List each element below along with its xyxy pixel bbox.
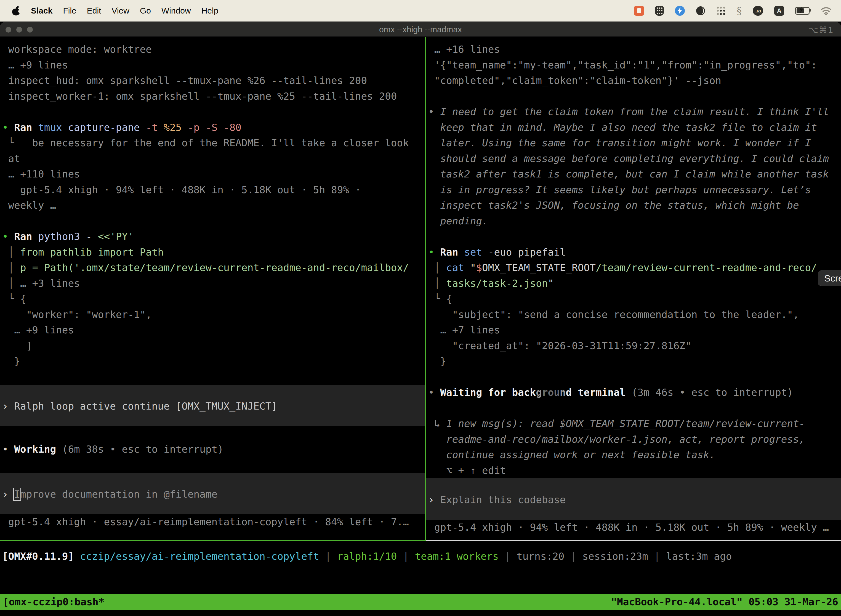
terminal-line: weekly … <box>2 198 423 213</box>
text-segment: inspect task2's JSON, focusing on the st… <box>428 199 799 211</box>
text-segment: Ran <box>14 122 38 133</box>
text-segment: Explain this codebase <box>440 494 566 505</box>
menu-item-edit[interactable]: Edit <box>87 6 101 15</box>
left-pane-border <box>0 540 425 541</box>
text-segment: session:23m <box>582 551 648 562</box>
text-segment: cat <box>446 262 470 273</box>
text-segment: (3m 46s • esc to interrupt) <box>631 387 793 398</box>
terminal-line: } <box>428 353 839 369</box>
terminal-line: "worker": "worker-1", <box>2 307 423 323</box>
terminal-line: at <box>2 151 423 167</box>
text-segment: (6m 38s • esc to interrupt) <box>62 443 224 455</box>
tmux-host-time: "MacBook-Pro-44.local" 05:03 31-Mar-26 <box>611 596 838 607</box>
left-pane[interactable]: workspace_mode: worktree … +9 lines insp… <box>0 37 425 541</box>
app-menu-items: SlackFileEditViewGoWindowHelp <box>31 6 218 15</box>
text-segment: … +9 lines <box>2 324 74 336</box>
text-segment: continue assigned work or next feasible … <box>428 449 715 461</box>
terminal-line: ] <box>2 338 423 354</box>
text-segment: | <box>498 551 517 562</box>
right-pane[interactable]: … +16 lines '{"team_name":"my-team","tas… <box>426 37 841 541</box>
tmux-status-bar: [omx-cczip0:bash* "MacBook-Pro-44.local"… <box>0 594 841 610</box>
text-segment: - <box>86 231 98 242</box>
text-segment: gpt-5.4 xhigh · 94% left · 488K in · 5.1… <box>2 184 361 195</box>
terminal-line: │ p = Path('.omx/state/team/review-curre… <box>2 260 423 276</box>
terminal-line: │ … +3 lines <box>2 276 423 292</box>
terminal-line: "created_at": "2026-03-31T11:59:27.816Z" <box>428 338 839 354</box>
terminal-line: continue assigned work or next feasible … <box>428 447 839 463</box>
screenshot-chat-icon[interactable] <box>634 6 644 16</box>
text-segment: I need to get the claim token from the c… <box>440 106 829 117</box>
menu-item-file[interactable]: File <box>63 6 76 15</box>
text-segment: } <box>428 355 446 367</box>
terminal-line: is in progress? It seems likely but perh… <box>428 182 839 198</box>
blank-line <box>428 369 839 385</box>
terminal-line: ⌥ + ↑ edit <box>428 463 839 478</box>
text-segment: " <box>548 278 554 289</box>
text-segment: readme-and-reco/mailbox/worker-1.json, a… <box>428 434 805 445</box>
text-segment <box>74 551 80 562</box>
terminal-line: ↳ 1 new msg(s): read $OMX_TEAM_STATE_ROO… <box>428 416 839 432</box>
section-sign-icon[interactable]: § <box>737 6 742 15</box>
text-segment: Ralph loop active continue [OMX_TMUX_INJ… <box>14 400 277 412</box>
menu-item-help[interactable]: Help <box>201 6 218 15</box>
pane-divider[interactable] <box>425 37 426 541</box>
text-segment: "worker": "worker-1", <box>2 309 152 320</box>
terminal-line: inspect_worker-1: omx sparkshell --tmux-… <box>2 89 423 104</box>
text-segment: • <box>2 231 14 242</box>
dots-grid-icon[interactable] <box>716 6 726 15</box>
blank-line <box>2 457 423 473</box>
text-segment: … +110 lines <box>2 168 80 180</box>
text-segment: › <box>2 400 14 412</box>
menu-item-window[interactable]: Window <box>161 6 191 15</box>
text-segment: turns:20 <box>517 551 564 562</box>
keypad-icon[interactable] <box>655 6 664 16</box>
text-segment: inspect_worker-1: omx sparkshell --tmux-… <box>2 91 397 102</box>
text-segment: Working <box>14 443 62 455</box>
terminal-line: • Working (6m 38s • esc to interrupt) <box>2 441 423 457</box>
text-segment: mprove documentation in @filename <box>20 488 217 500</box>
text-segment: } <box>2 355 20 367</box>
terminal-line: └ { <box>2 291 423 307</box>
text-segment: keep that in mind. Maybe I also need the… <box>428 122 817 133</box>
tmux-session-label: [omx-cczip0:bash* <box>3 596 104 607</box>
terminal-line: • Ran python3 - <<'PY' <box>2 229 423 245</box>
blank-line <box>2 104 423 120</box>
bolt-badge-icon[interactable] <box>675 6 685 16</box>
charging-bolt-glyph <box>799 7 803 13</box>
text-segment: │ <box>2 262 20 273</box>
terminal-line: • Waiting for background terminal (3m 46… <box>428 385 839 400</box>
menu-item-view[interactable]: View <box>111 6 129 15</box>
text-segment: • <box>428 246 440 258</box>
menu-item-slack[interactable]: Slack <box>31 6 53 15</box>
suggestion-band: › Ralph loop active continue [OMX_TMUX_I… <box>0 385 425 426</box>
text-segment: | <box>564 551 582 562</box>
text-segment: cczip/essay/ai-reimplementation-copyleft <box>80 551 319 562</box>
text-segment: d terminal <box>566 387 631 398</box>
wifi-glyph <box>820 6 832 15</box>
pie-chart-icon[interactable] <box>696 6 705 15</box>
terminal-line: … +9 lines <box>2 57 423 73</box>
blank-line <box>2 213 423 229</box>
chat-inner <box>637 8 641 13</box>
menu-item-go[interactable]: Go <box>140 6 151 15</box>
terminal-line: … +7 lines <box>428 322 839 338</box>
terminal-line: … +110 lines <box>2 166 423 182</box>
menu-status-icons: § ..61 A <box>634 6 841 16</box>
text-segment: OMX_TEAM_STATE_ROOT <box>482 262 596 273</box>
terminal-line: └ { <box>428 291 839 307</box>
menu-bar: SlackFileEditViewGoWindowHelp § ..61 A <box>0 0 841 22</box>
terminal-line: │ from pathlib import Path <box>2 245 423 260</box>
text-segment: inspect_hud: omx sparkshell --tmux-pane … <box>2 75 367 86</box>
apple-menu-icon[interactable] <box>12 6 21 15</box>
text-segment: … +7 lines <box>428 324 500 336</box>
input-source-icon[interactable]: A <box>774 6 784 16</box>
battery-charging-icon[interactable] <box>795 7 810 15</box>
wifi-icon[interactable] <box>820 6 832 15</box>
pane-status-line: gpt-5.4 xhigh · essay/ai-reimplementatio… <box>2 514 423 530</box>
text-segment: p = Path('.omx/state/team/review-current… <box>20 262 409 273</box>
text-segment: '{"team_name":"my-team","task_id":"1","f… <box>428 59 817 70</box>
text-segment: ⌥ + ↑ edit <box>428 465 506 476</box>
terminal-line: pending. <box>428 213 839 229</box>
percent-badge-icon[interactable]: ..61 <box>753 6 763 16</box>
text-segment: │ <box>2 246 20 258</box>
